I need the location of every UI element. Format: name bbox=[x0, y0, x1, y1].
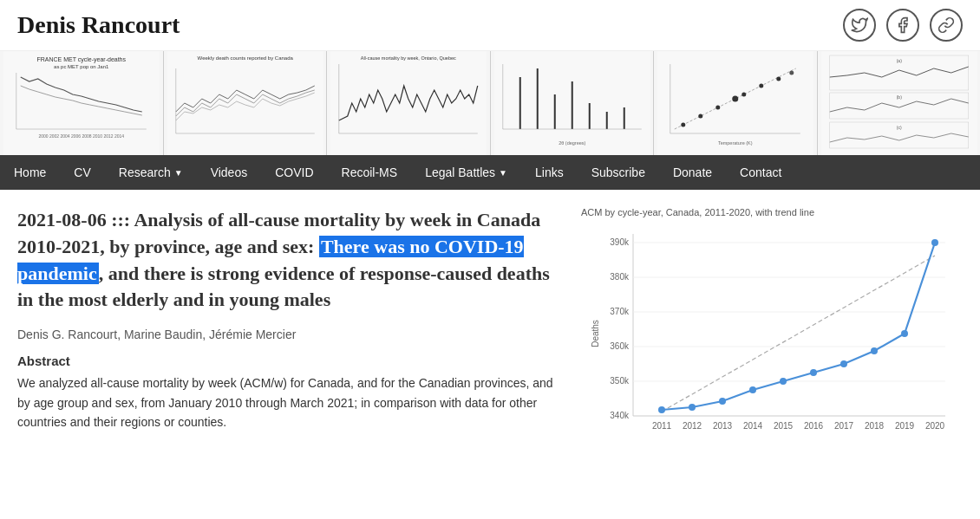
chart-area: ACM by cycle-year, Canada, 2011-2020, wi… bbox=[581, 207, 963, 446]
svg-text:FRANCE MET cycle-year-deaths: FRANCE MET cycle-year-deaths bbox=[36, 56, 126, 63]
article-body: 2021-08-06 ::: Analysis of all-cause mor… bbox=[17, 207, 555, 446]
svg-point-29 bbox=[715, 106, 720, 110]
svg-text:2014: 2014 bbox=[743, 421, 763, 431]
legal-dropdown-arrow: ▼ bbox=[499, 168, 507, 178]
main-nav: Home CV Research ▼ Videos COVID Recoil-M… bbox=[0, 155, 980, 190]
svg-text:2016: 2016 bbox=[804, 421, 824, 431]
research-dropdown-arrow: ▼ bbox=[174, 168, 183, 178]
svg-point-30 bbox=[732, 96, 738, 102]
article-authors: Denis G. Rancourt, Marine Baudin, Jérémi… bbox=[17, 328, 555, 341]
svg-point-76 bbox=[871, 347, 878, 354]
banner-chart-5: Temperature (K) bbox=[654, 51, 818, 155]
acm-chart: 340k 350k 360k 370k 380k 390k 2011 2012 … bbox=[581, 221, 963, 446]
svg-point-70 bbox=[689, 404, 696, 411]
svg-text:All-cause mortality by week, O: All-cause mortality by week, Ontario, Qu… bbox=[361, 55, 456, 61]
svg-point-72 bbox=[749, 386, 756, 393]
nav-contact[interactable]: Contact bbox=[726, 155, 795, 190]
svg-text:2018: 2018 bbox=[865, 421, 885, 431]
svg-point-69 bbox=[658, 406, 665, 413]
svg-rect-6 bbox=[167, 51, 323, 155]
svg-text:2017: 2017 bbox=[834, 421, 854, 431]
nav-videos[interactable]: Videos bbox=[197, 155, 262, 190]
svg-text:350k: 350k bbox=[610, 376, 630, 386]
svg-line-68 bbox=[662, 256, 935, 412]
nav-recoil-ms[interactable]: Recoil-MS bbox=[328, 155, 412, 190]
svg-text:360k: 360k bbox=[610, 341, 630, 351]
nav-home[interactable]: Home bbox=[0, 155, 60, 190]
abstract-heading: Abstract bbox=[17, 354, 555, 368]
banner-chart-3: All-cause mortality by week, Ontario, Qu… bbox=[327, 51, 491, 155]
article-date-prefix: 2021-08-06 ::: bbox=[17, 209, 134, 230]
link-icon[interactable] bbox=[930, 9, 963, 42]
main-content: 2021-08-06 ::: Analysis of all-cause mor… bbox=[0, 190, 980, 464]
svg-point-74 bbox=[810, 369, 817, 376]
banner-chart-4: 2θ (degrees) bbox=[491, 51, 655, 155]
chart-container: 340k 350k 360k 370k 380k 390k 2011 2012 … bbox=[581, 221, 963, 446]
banner-chart-2: Weekly death counts reported by Canada bbox=[164, 51, 328, 155]
svg-text:2000 2002 2004 2006 2008 2010 : 2000 2002 2004 2006 2008 2010 2012 2014 bbox=[38, 133, 124, 139]
svg-text:2θ (degrees): 2θ (degrees) bbox=[559, 140, 585, 146]
site-header: Denis Rancourt bbox=[0, 0, 980, 51]
svg-text:Deaths: Deaths bbox=[591, 320, 600, 347]
svg-text:Weekly death counts reported b: Weekly death counts reported by Canada bbox=[197, 55, 293, 61]
svg-text:2011: 2011 bbox=[652, 421, 672, 431]
svg-point-32 bbox=[759, 84, 763, 88]
article-title: 2021-08-06 ::: Analysis of all-cause mor… bbox=[17, 207, 555, 314]
social-icons bbox=[843, 9, 963, 42]
svg-text:2015: 2015 bbox=[774, 421, 794, 431]
nav-donate[interactable]: Donate bbox=[659, 155, 726, 190]
svg-point-28 bbox=[698, 114, 702, 119]
svg-text:(c): (c) bbox=[896, 125, 901, 130]
nav-cv[interactable]: CV bbox=[60, 155, 104, 190]
svg-point-33 bbox=[776, 77, 781, 81]
chart-title: ACM by cycle-year, Canada, 2011-2020, wi… bbox=[581, 207, 963, 217]
svg-text:2013: 2013 bbox=[713, 421, 733, 431]
svg-text:340k: 340k bbox=[610, 411, 630, 420]
svg-rect-10 bbox=[330, 51, 487, 155]
svg-point-31 bbox=[742, 93, 746, 97]
svg-text:380k: 380k bbox=[610, 272, 630, 282]
banner-chart-6: (a) (b) (c) bbox=[818, 51, 981, 155]
svg-text:Temperature (K): Temperature (K) bbox=[718, 140, 753, 146]
svg-point-27 bbox=[681, 123, 685, 127]
abstract-text: We analyzed all-cause mortality by week … bbox=[17, 373, 555, 431]
svg-point-75 bbox=[840, 360, 847, 367]
twitter-icon[interactable] bbox=[843, 9, 876, 42]
nav-legal-battles[interactable]: Legal Battles ▼ bbox=[411, 155, 521, 190]
svg-text:390k: 390k bbox=[610, 237, 630, 247]
svg-point-34 bbox=[789, 71, 794, 75]
svg-text:370k: 370k bbox=[610, 307, 630, 316]
nav-research[interactable]: Research ▼ bbox=[105, 155, 197, 190]
nav-links[interactable]: Links bbox=[521, 155, 578, 190]
svg-text:2012: 2012 bbox=[683, 421, 702, 431]
banner-strip: FRANCE MET cycle-year-deaths as pc MET p… bbox=[0, 51, 980, 155]
nav-subscribe[interactable]: Subscribe bbox=[578, 155, 659, 190]
svg-point-71 bbox=[719, 398, 726, 405]
svg-text:as pc MET pop on Jan1: as pc MET pop on Jan1 bbox=[54, 64, 109, 69]
svg-text:2020: 2020 bbox=[925, 421, 945, 431]
svg-point-77 bbox=[901, 330, 908, 337]
svg-text:(b): (b) bbox=[896, 94, 901, 100]
svg-point-73 bbox=[780, 378, 787, 385]
svg-text:(a): (a) bbox=[896, 58, 901, 63]
svg-text:2019: 2019 bbox=[895, 421, 915, 431]
facebook-icon[interactable] bbox=[886, 9, 919, 42]
svg-point-78 bbox=[931, 239, 938, 246]
svg-rect-38 bbox=[820, 51, 977, 155]
nav-covid[interactable]: COVID bbox=[261, 155, 327, 190]
banner-chart-1: FRANCE MET cycle-year-deaths as pc MET p… bbox=[0, 51, 164, 155]
site-title: Denis Rancourt bbox=[17, 11, 180, 39]
svg-rect-25 bbox=[657, 51, 813, 155]
